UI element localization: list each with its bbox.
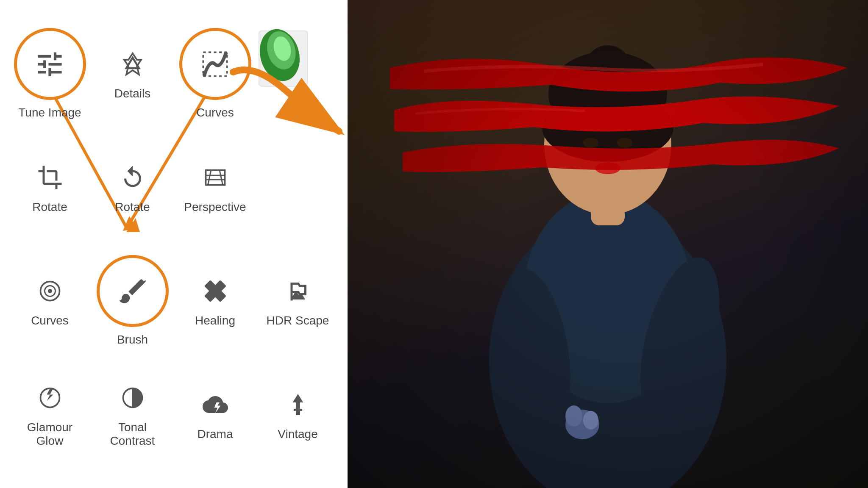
healing-label: Healing [195,314,235,327]
brush-label: Brush [117,333,148,347]
tonal-contrast-icon [116,381,150,415]
tune-image-label: Tune Image [18,106,81,119]
crop-label: Rotate [32,200,67,214]
selective-label: Curves [31,314,69,327]
svg-point-5 [203,72,206,76]
tune-image-icon [14,28,86,100]
orange-arrow [220,64,352,150]
tool-vintage[interactable]: Vintage [256,358,339,471]
tool-drama[interactable]: Drama [174,358,256,471]
vintage-icon [281,388,315,421]
rotate-icon [116,161,150,194]
vignette [348,0,868,488]
tool-details[interactable]: Details [91,17,174,130]
glamour-glow-label: GlamourGlow [27,421,72,448]
tool-selective[interactable]: Curves [8,244,91,358]
tool-healing[interactable]: Healing [174,244,256,358]
drama-label: Drama [197,427,233,441]
details-label: Details [114,87,151,100]
tool-crop[interactable]: Rotate [8,130,91,244]
tool-hdr-scape[interactable]: HDR Scape [256,244,339,358]
hdr-scape-label: HDR Scape [267,314,329,327]
selective-icon [33,274,67,308]
perspective-label: Perspective [184,200,246,214]
svg-point-8 [48,289,52,293]
svg-point-6 [224,51,228,55]
hdr-scape-icon [281,274,315,308]
tool-brush[interactable]: Brush [91,244,174,358]
details-icon [116,47,150,81]
glamour-glow-icon [33,381,67,415]
tool-glamour-glow[interactable]: GlamourGlow [8,358,91,471]
crop-icon [33,161,67,194]
drama-icon [198,388,232,421]
tonal-contrast-label: TonalContrast [110,421,155,448]
right-panel [348,0,868,488]
rotate-label: Rotate [115,200,150,214]
tool-tune-image[interactable]: Tune Image [8,17,91,130]
tool-tonal-contrast[interactable]: TonalContrast [91,358,174,471]
left-panel: Tune Image Details [0,0,348,488]
photo-background [348,0,868,488]
vintage-label: Vintage [278,427,317,441]
healing-icon [198,274,232,308]
tool-rotate[interactable]: Rotate [91,130,174,244]
perspective-icon [198,161,232,194]
svg-rect-13 [296,402,300,409]
brush-icon [97,255,169,327]
